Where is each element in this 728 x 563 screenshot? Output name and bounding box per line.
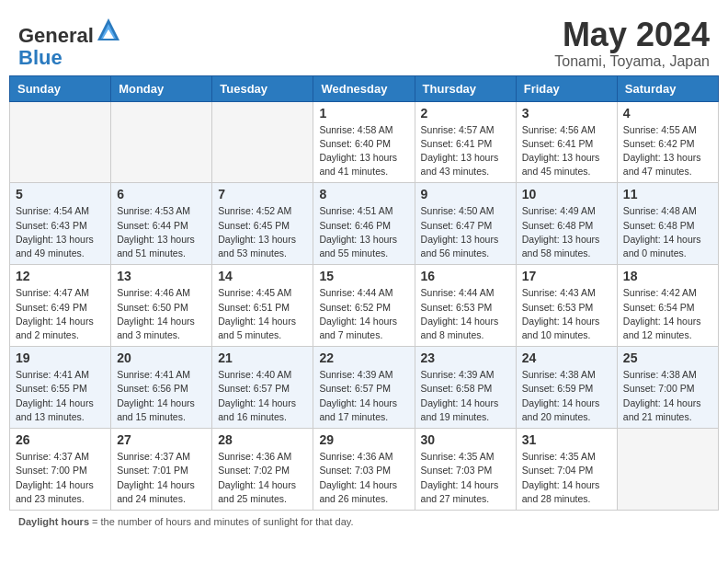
logo: General Blue [18, 17, 121, 69]
calendar-cell: 24Sunrise: 4:38 AMSunset: 6:59 PMDayligh… [516, 347, 617, 429]
day-info: Sunrise: 4:37 AMSunset: 7:01 PMDaylight:… [117, 450, 206, 506]
calendar-cell [617, 429, 718, 511]
calendar-cell: 20Sunrise: 4:41 AMSunset: 6:56 PMDayligh… [111, 347, 212, 429]
day-info: Sunrise: 4:36 AMSunset: 7:03 PMDaylight:… [319, 450, 408, 506]
weekday-tuesday: Tuesday [212, 75, 313, 101]
day-number: 1 [319, 106, 408, 121]
day-info: Sunrise: 4:44 AMSunset: 6:53 PMDaylight:… [421, 286, 510, 342]
day-number: 12 [16, 269, 105, 283]
day-number: 23 [421, 350, 510, 365]
calendar-cell: 11Sunrise: 4:48 AMSunset: 6:48 PMDayligh… [617, 183, 718, 265]
logo-icon [96, 17, 121, 42]
day-info: Sunrise: 4:50 AMSunset: 6:47 PMDaylight:… [421, 204, 510, 260]
day-number: 11 [623, 187, 712, 201]
day-info: Sunrise: 4:37 AMSunset: 7:00 PMDaylight:… [16, 450, 105, 506]
calendar-cell: 13Sunrise: 4:46 AMSunset: 6:50 PMDayligh… [111, 265, 212, 347]
calendar-cell [10, 101, 111, 183]
day-info: Sunrise: 4:41 AMSunset: 6:55 PMDaylight:… [16, 368, 105, 424]
day-info: Sunrise: 4:51 AMSunset: 6:46 PMDaylight:… [319, 204, 408, 260]
calendar-cell: 6Sunrise: 4:53 AMSunset: 6:44 PMDaylight… [111, 183, 212, 265]
calendar-cell: 2Sunrise: 4:57 AMSunset: 6:41 PMDaylight… [415, 101, 516, 183]
calendar-cell: 28Sunrise: 4:36 AMSunset: 7:02 PMDayligh… [212, 429, 313, 511]
day-number: 10 [522, 187, 611, 201]
day-info: Sunrise: 4:35 AMSunset: 7:04 PMDaylight:… [522, 450, 611, 506]
calendar-cell: 16Sunrise: 4:44 AMSunset: 6:53 PMDayligh… [415, 265, 516, 347]
day-info: Sunrise: 4:41 AMSunset: 6:56 PMDaylight:… [117, 368, 206, 424]
daylight-label: Daylight hours [18, 516, 89, 527]
week-row-4: 19Sunrise: 4:41 AMSunset: 6:55 PMDayligh… [10, 347, 719, 429]
day-info: Sunrise: 4:43 AMSunset: 6:53 PMDaylight:… [522, 286, 611, 342]
day-info: Sunrise: 4:45 AMSunset: 6:51 PMDaylight:… [218, 286, 307, 342]
day-number: 25 [623, 350, 712, 365]
weekday-saturday: Saturday [617, 75, 718, 101]
calendar-cell [111, 101, 212, 183]
day-number: 6 [117, 187, 206, 201]
day-number: 21 [218, 350, 307, 365]
calendar-cell: 19Sunrise: 4:41 AMSunset: 6:55 PMDayligh… [10, 347, 111, 429]
day-info: Sunrise: 4:39 AMSunset: 6:58 PMDaylight:… [421, 368, 510, 424]
day-number: 22 [319, 350, 408, 365]
day-number: 18 [623, 269, 712, 283]
day-info: Sunrise: 4:55 AMSunset: 6:42 PMDaylight:… [623, 123, 712, 179]
location: Tonami, Toyama, Japan [554, 53, 710, 70]
calendar-cell: 23Sunrise: 4:39 AMSunset: 6:58 PMDayligh… [415, 347, 516, 429]
week-row-1: 1Sunrise: 4:58 AMSunset: 6:40 PMDaylight… [10, 101, 719, 183]
page-header: General Blue May 2024 Tonami, Toyama, Ja… [9, 9, 719, 75]
calendar-cell: 25Sunrise: 4:38 AMSunset: 7:00 PMDayligh… [617, 347, 718, 429]
title-block: May 2024 Tonami, Toyama, Japan [554, 17, 710, 70]
weekday-header-row: SundayMondayTuesdayWednesdayThursdayFrid… [10, 75, 719, 101]
day-info: Sunrise: 4:38 AMSunset: 6:59 PMDaylight:… [522, 368, 611, 424]
day-number: 28 [218, 432, 307, 447]
day-number: 17 [522, 269, 611, 283]
day-number: 24 [522, 350, 611, 365]
week-row-3: 12Sunrise: 4:47 AMSunset: 6:49 PMDayligh… [10, 265, 719, 347]
day-info: Sunrise: 4:49 AMSunset: 6:48 PMDaylight:… [522, 204, 611, 260]
week-row-5: 26Sunrise: 4:37 AMSunset: 7:00 PMDayligh… [10, 429, 719, 511]
day-number: 8 [319, 187, 408, 201]
day-number: 7 [218, 187, 307, 201]
day-info: Sunrise: 4:52 AMSunset: 6:45 PMDaylight:… [218, 204, 307, 260]
calendar-cell: 8Sunrise: 4:51 AMSunset: 6:46 PMDaylight… [313, 183, 415, 265]
calendar-cell: 4Sunrise: 4:55 AMSunset: 6:42 PMDaylight… [617, 101, 718, 183]
day-info: Sunrise: 4:40 AMSunset: 6:57 PMDaylight:… [218, 368, 307, 424]
calendar-cell: 14Sunrise: 4:45 AMSunset: 6:51 PMDayligh… [212, 265, 313, 347]
logo-blue: Blue [18, 46, 63, 69]
day-info: Sunrise: 4:46 AMSunset: 6:50 PMDaylight:… [117, 286, 206, 342]
day-number: 19 [16, 350, 105, 365]
day-number: 5 [16, 187, 105, 201]
calendar-cell: 1Sunrise: 4:58 AMSunset: 6:40 PMDaylight… [313, 101, 415, 183]
day-number: 3 [522, 106, 611, 121]
calendar-cell: 9Sunrise: 4:50 AMSunset: 6:47 PMDaylight… [415, 183, 516, 265]
day-info: Sunrise: 4:58 AMSunset: 6:40 PMDaylight:… [319, 123, 408, 179]
footer-note: Daylight hours = the number of hours and… [9, 511, 719, 529]
day-number: 27 [117, 432, 206, 447]
day-number: 20 [117, 350, 206, 365]
logo-general: General [18, 24, 94, 47]
day-info: Sunrise: 4:57 AMSunset: 6:41 PMDaylight:… [421, 123, 510, 179]
day-info: Sunrise: 4:42 AMSunset: 6:54 PMDaylight:… [623, 286, 712, 342]
week-row-2: 5Sunrise: 4:54 AMSunset: 6:43 PMDaylight… [10, 183, 719, 265]
calendar-cell: 7Sunrise: 4:52 AMSunset: 6:45 PMDaylight… [212, 183, 313, 265]
calendar-cell: 17Sunrise: 4:43 AMSunset: 6:53 PMDayligh… [516, 265, 617, 347]
calendar-cell: 29Sunrise: 4:36 AMSunset: 7:03 PMDayligh… [313, 429, 415, 511]
weekday-sunday: Sunday [10, 75, 111, 101]
day-number: 9 [421, 187, 510, 201]
calendar-cell: 27Sunrise: 4:37 AMSunset: 7:01 PMDayligh… [111, 429, 212, 511]
calendar-cell: 18Sunrise: 4:42 AMSunset: 6:54 PMDayligh… [617, 265, 718, 347]
calendar-cell: 15Sunrise: 4:44 AMSunset: 6:52 PMDayligh… [313, 265, 415, 347]
calendar-cell: 3Sunrise: 4:56 AMSunset: 6:41 PMDaylight… [516, 101, 617, 183]
calendar-cell: 22Sunrise: 4:39 AMSunset: 6:57 PMDayligh… [313, 347, 415, 429]
weekday-wednesday: Wednesday [313, 75, 415, 101]
weekday-friday: Friday [516, 75, 617, 101]
day-number: 15 [319, 269, 408, 283]
day-info: Sunrise: 4:48 AMSunset: 6:48 PMDaylight:… [623, 204, 712, 260]
calendar-cell: 31Sunrise: 4:35 AMSunset: 7:04 PMDayligh… [516, 429, 617, 511]
weekday-thursday: Thursday [415, 75, 516, 101]
day-info: Sunrise: 4:54 AMSunset: 6:43 PMDaylight:… [16, 204, 105, 260]
calendar-cell: 26Sunrise: 4:37 AMSunset: 7:00 PMDayligh… [10, 429, 111, 511]
day-info: Sunrise: 4:56 AMSunset: 6:41 PMDaylight:… [522, 123, 611, 179]
calendar-table: SundayMondayTuesdayWednesdayThursdayFrid… [9, 75, 719, 511]
calendar-cell: 21Sunrise: 4:40 AMSunset: 6:57 PMDayligh… [212, 347, 313, 429]
calendar-cell: 12Sunrise: 4:47 AMSunset: 6:49 PMDayligh… [10, 265, 111, 347]
day-number: 4 [623, 106, 712, 121]
